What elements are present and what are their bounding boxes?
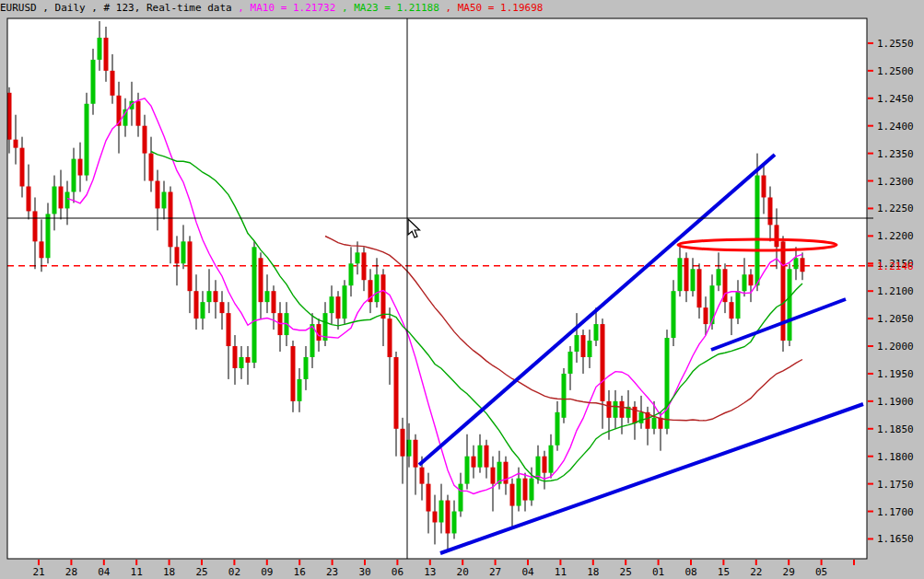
y-tick-label: 1.2200	[877, 230, 914, 242]
candle-up	[207, 291, 212, 302]
x-tick-label: 25	[620, 566, 632, 578]
candle-up	[794, 258, 799, 269]
candle-down	[214, 291, 218, 302]
x-axis: 2128041118250209162330061320270411182501…	[32, 560, 854, 578]
candle-down	[485, 446, 489, 468]
candle-down	[620, 401, 625, 418]
candle-up	[568, 352, 573, 374]
candle-up	[349, 263, 354, 285]
candle-up	[46, 214, 51, 258]
candle-up	[736, 291, 741, 318]
candle-up	[652, 418, 657, 429]
candle-down	[510, 484, 515, 506]
candle-down	[781, 241, 786, 341]
candle-down	[169, 191, 173, 247]
candle-up	[665, 338, 670, 429]
y-tick-label: 1.2550	[877, 38, 914, 50]
candle-down	[291, 346, 296, 401]
candle-down	[775, 225, 779, 247]
x-tick-label: 25	[195, 566, 207, 578]
y-tick-label: 1.2050	[877, 313, 914, 325]
candle-up	[594, 324, 599, 341]
y-tick-label: 1.1950	[877, 368, 914, 380]
candle-up	[452, 512, 457, 534]
chart-canvas[interactable]: 1.25501.25001.24501.24001.23501.23001.22…	[0, 17, 924, 579]
candle-down	[749, 274, 754, 285]
candle-up	[549, 446, 554, 473]
x-tick-label: 18	[587, 566, 599, 578]
x-tick-label: 01	[652, 566, 664, 578]
candle-down	[607, 401, 612, 418]
candle-down	[381, 274, 386, 318]
chart-window: { "title_bar": { "info": "EURUSD , Daily…	[0, 0, 924, 579]
candle-down	[259, 258, 263, 302]
candle-down	[762, 176, 766, 198]
candle-down	[175, 247, 180, 263]
candle-up	[459, 484, 463, 512]
candle-down	[156, 181, 160, 209]
candle-up	[672, 291, 676, 338]
candle-up	[743, 274, 747, 291]
ma23-value: , MA23 = 1.21188	[342, 2, 446, 14]
candle-down	[59, 187, 64, 209]
candle-up	[304, 357, 309, 379]
candle-down	[233, 346, 238, 368]
y-tick-label: 1.1700	[877, 506, 914, 518]
candle-down	[194, 291, 199, 318]
candle-up	[265, 291, 270, 302]
candle-down	[401, 429, 405, 457]
candle-down	[33, 211, 38, 241]
candle-down	[143, 126, 147, 154]
candle-down	[388, 318, 392, 357]
y-tick-label: 1.2500	[877, 65, 914, 77]
candle-up	[91, 60, 96, 104]
candle-down	[246, 357, 251, 363]
y-tick-label: 1.2300	[877, 176, 914, 188]
candle-up	[162, 191, 167, 208]
x-tick-label: 06	[392, 566, 404, 578]
candle-down	[697, 269, 702, 307]
x-tick-label: 29	[783, 566, 795, 578]
x-tick-label: 13	[424, 566, 436, 578]
candle-up	[375, 274, 380, 302]
candle-down	[730, 302, 734, 318]
candle-down	[491, 468, 496, 484]
y-tick-label: 1.2350	[877, 148, 914, 160]
candle-down	[227, 313, 231, 346]
y-tick-label: 1.2450	[877, 93, 914, 105]
y-axis: 1.25501.25001.24501.24001.23501.23001.22…	[868, 38, 914, 546]
candle-up	[788, 269, 792, 341]
candle-down	[27, 187, 31, 212]
x-tick-label: 15	[718, 566, 730, 578]
x-tick-label: 27	[489, 566, 501, 578]
candle-down	[14, 140, 18, 148]
candle-down	[78, 159, 83, 176]
x-tick-label: 22	[750, 566, 762, 578]
candle-up	[85, 104, 89, 176]
candle-down	[420, 468, 425, 484]
candle-down	[601, 324, 605, 401]
candle-up	[53, 187, 57, 214]
candle-down	[523, 479, 528, 501]
y-tick-label: 1.1650	[877, 533, 914, 545]
candle-down	[394, 357, 399, 429]
candle-down	[136, 101, 141, 126]
candle-down	[581, 335, 586, 357]
x-tick-label: 28	[65, 566, 77, 578]
candle-up	[678, 258, 683, 291]
candle-up	[556, 412, 560, 446]
x-tick-label: 21	[32, 566, 44, 578]
candle-up	[614, 401, 618, 418]
candle-up	[717, 269, 721, 285]
x-tick-label: 18	[163, 566, 175, 578]
candle-down	[472, 457, 476, 468]
candle-down	[427, 484, 431, 512]
y-tick-label: 1.2400	[877, 121, 914, 133]
ma10-value: , MA10 = 1.21732	[232, 2, 342, 14]
candle-up	[536, 457, 541, 479]
candle-down	[220, 302, 225, 313]
price-marker-label: 1.2146	[877, 261, 914, 272]
candle-up	[356, 252, 360, 263]
x-tick-label: 16	[294, 566, 306, 578]
candle-down	[433, 512, 438, 523]
